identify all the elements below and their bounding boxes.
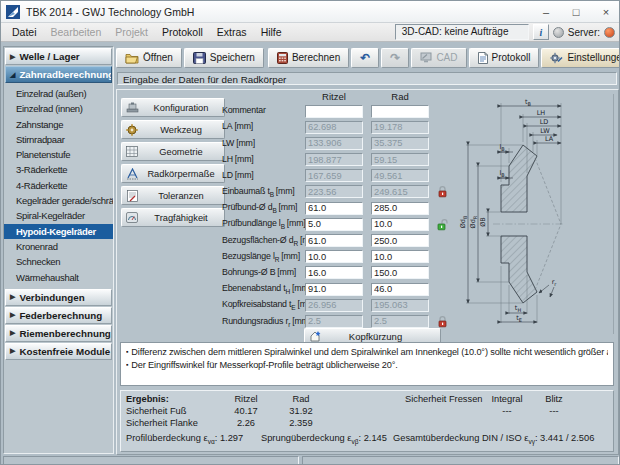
bohrungs-d-rad-input[interactable] bbox=[371, 266, 429, 279]
result-value: 40.17 bbox=[223, 406, 269, 416]
sidebar-item-zahnstange[interactable]: Zahnstange bbox=[4, 117, 113, 132]
gesamt-overlap-metric: Gesamtüberdeckung DIN / ISO εvγ: 3.441 /… bbox=[393, 433, 594, 445]
lock-slot bbox=[437, 315, 451, 328]
sidebar-section-riemenberechnung[interactable]: ▶ Riemenberechnung bbox=[5, 325, 112, 342]
sidebar-item-spiral-kegelraeder[interactable]: Spiral-Kegelräder bbox=[4, 208, 113, 223]
pruefbund-d-ritzel-input[interactable] bbox=[305, 202, 363, 215]
bezugslaenge-rad-input[interactable] bbox=[371, 250, 429, 263]
dim-label-lB-2: lB bbox=[499, 169, 505, 178]
sidebar-item-kegelraeder[interactable]: Kegelräder gerade/schräg bbox=[4, 193, 113, 208]
pruefbundlaenge-ritzel-input[interactable] bbox=[305, 218, 363, 231]
werkzeug-button[interactable]: Werkzeug bbox=[121, 120, 225, 139]
dim-label-LD: LD bbox=[540, 118, 549, 126]
maximize-button[interactable]: □ bbox=[561, 1, 591, 22]
la-rad-input bbox=[371, 121, 429, 134]
dim-label-dR: ØdR bbox=[469, 215, 478, 228]
lock-closed-icon[interactable] bbox=[437, 185, 448, 198]
status-cell-left bbox=[3, 456, 299, 465]
sidebar-item-schnecken[interactable]: Schnecken bbox=[4, 254, 113, 269]
application-window: { "window": { "title": "TBK 2014 - GWJ T… bbox=[0, 0, 620, 465]
kommentar-ritzel-input[interactable] bbox=[305, 105, 363, 118]
sidebar-item-kronenrad[interactable]: Kronenrad bbox=[4, 239, 113, 254]
menu-datei[interactable]: Datei bbox=[5, 25, 44, 39]
sidebar-section-kostenfreie-module[interactable]: ▶ Kostenfreie Module bbox=[5, 343, 112, 360]
konfiguration-button[interactable]: Konfiguration bbox=[121, 98, 225, 117]
cad-button-label: CAD bbox=[436, 52, 457, 63]
field-label: LW[mm] bbox=[222, 138, 305, 150]
kommentar-rad-input[interactable] bbox=[371, 105, 429, 118]
lock-slot bbox=[437, 169, 451, 182]
bullet-icon: ▪ bbox=[126, 361, 128, 368]
close-button[interactable]: × bbox=[591, 1, 620, 22]
menu-protokoll[interactable]: Protokoll bbox=[155, 25, 210, 39]
field-label: LA[mm] bbox=[222, 121, 305, 133]
bezugsflaechen-d-ritzel-input[interactable] bbox=[305, 234, 363, 247]
bezugslaenge-ritzel-input[interactable] bbox=[305, 250, 363, 263]
sidebar-item-hypoid-kegelraeder[interactable]: Hypoid-Kegelräder bbox=[4, 224, 113, 239]
dim-label-tE: tE bbox=[516, 314, 522, 323]
lock-slot bbox=[437, 185, 451, 198]
geometrie-button[interactable]: Geometrie bbox=[121, 142, 225, 161]
protocol-button[interactable]: Protokoll bbox=[469, 48, 540, 68]
ebenenabstand-rad-input[interactable] bbox=[371, 283, 429, 296]
menu-bearbeiten: Bearbeiten bbox=[44, 25, 109, 39]
pruefbund-d-rad-input[interactable] bbox=[371, 202, 429, 215]
sidebar-item-waermehaushalt[interactable]: Wärmehaushalt bbox=[4, 270, 113, 285]
dim-label-LH: LH bbox=[537, 109, 546, 117]
gear-section-upper bbox=[501, 145, 537, 212]
toleranzen-button[interactable]: Toleranzen bbox=[121, 186, 225, 205]
sidebar-item-einzelrad-aussen[interactable]: Einzelrad (außen) bbox=[4, 86, 113, 101]
sidebar-section-label: Riemenberechnung bbox=[19, 328, 110, 339]
tragfaehigkeit-label: Tragfähigkeit bbox=[140, 213, 222, 223]
field-label: Bezugslänge lR[mm] bbox=[222, 251, 305, 263]
radkoerpermasse-button[interactable]: Radkörpermaße bbox=[121, 164, 225, 183]
field-label: Kommentar bbox=[222, 105, 305, 117]
result-value: 2.359 bbox=[269, 418, 333, 428]
status-info-bar: Eingabe der Daten für den Radkörper bbox=[117, 72, 617, 85]
form-row-bohrungs-d: Bohrungs-Ø B[mm] bbox=[222, 266, 454, 280]
bohrungs-d-ritzel-input[interactable] bbox=[305, 266, 363, 279]
form-row-ebenenabstand: Ebenenabstand tH[mm] bbox=[222, 282, 454, 296]
tragfaehigkeit-button[interactable]: Tragfähigkeit bbox=[121, 208, 225, 227]
menu-hilfe[interactable]: Hilfe bbox=[254, 25, 289, 39]
sidebar-item-stirnradpaar[interactable]: Stirnradpaar bbox=[4, 132, 113, 147]
info-button[interactable]: i bbox=[533, 24, 549, 40]
konfiguration-label: Konfiguration bbox=[140, 103, 222, 113]
sidebar-section-welle-lager[interactable]: ▶ Welle / Lager bbox=[5, 48, 112, 65]
protocol-button-label: Protokoll bbox=[492, 52, 531, 63]
bezugsflaechen-d-rad-input[interactable] bbox=[371, 234, 429, 247]
sidebar-item-3-raederkette[interactable]: 3-Räderkette bbox=[4, 162, 113, 177]
sidebar-section-federberechnung[interactable]: ▶ Federberechnung bbox=[5, 307, 112, 324]
minimize-button[interactable]: – bbox=[531, 1, 561, 22]
einbaumass-rad-input bbox=[371, 185, 429, 198]
field-label: Bezugsflächen-Ø dR[mm] bbox=[222, 235, 305, 247]
form-row-einbaumass: Einbaumaß tB[mm] bbox=[222, 185, 454, 199]
save-button[interactable]: Speichern bbox=[184, 48, 264, 68]
ebenenabstand-ritzel-input[interactable] bbox=[305, 283, 363, 296]
collapsed-arrow-icon: ▶ bbox=[10, 329, 15, 337]
sidebar-section-zahnradberechnung[interactable]: ◢ Zahnradberechnung bbox=[5, 66, 112, 83]
pruefbundlaenge-rad-input[interactable] bbox=[371, 218, 429, 231]
calculate-button[interactable]: Berechnen bbox=[268, 48, 349, 68]
einbaumass-ritzel-input bbox=[305, 185, 363, 198]
settings-button[interactable]: Einstellungen bbox=[541, 48, 620, 68]
rundungsradius-ritzel-input bbox=[305, 315, 363, 328]
form-row-ld: LD[mm] bbox=[222, 169, 454, 183]
sidebar-item-planetenstufe[interactable]: Planetenstufe bbox=[4, 147, 113, 162]
form-row-kopfkreisabstand: Kopfkreisabstand tE[mm] bbox=[222, 298, 454, 312]
sidebar-section-verbindungen[interactable]: ▶ Verbindungen bbox=[5, 289, 112, 306]
gear-section-lower bbox=[501, 236, 537, 303]
open-button[interactable]: Öffnen bbox=[116, 48, 182, 68]
redo-button: ↷ bbox=[381, 48, 409, 68]
sidebar-item-4-raederkette[interactable]: 4-Räderkette bbox=[4, 178, 113, 193]
field-label: LD[mm] bbox=[222, 170, 305, 182]
undo-button[interactable]: ↶ bbox=[351, 48, 379, 68]
cad-status-field: 3D-CAD: keine Aufträge bbox=[395, 24, 529, 40]
lock-slot bbox=[437, 153, 451, 166]
results-col-integral: Integral bbox=[483, 394, 531, 404]
lock-open-icon[interactable] bbox=[437, 218, 449, 231]
sidebar-item-einzelrad-innen[interactable]: Einzelrad (innen) bbox=[4, 101, 113, 116]
menu-extras[interactable]: Extras bbox=[210, 25, 254, 39]
sidebar-section-label: Verbindungen bbox=[19, 292, 84, 303]
lock-closed-icon[interactable] bbox=[437, 315, 448, 328]
